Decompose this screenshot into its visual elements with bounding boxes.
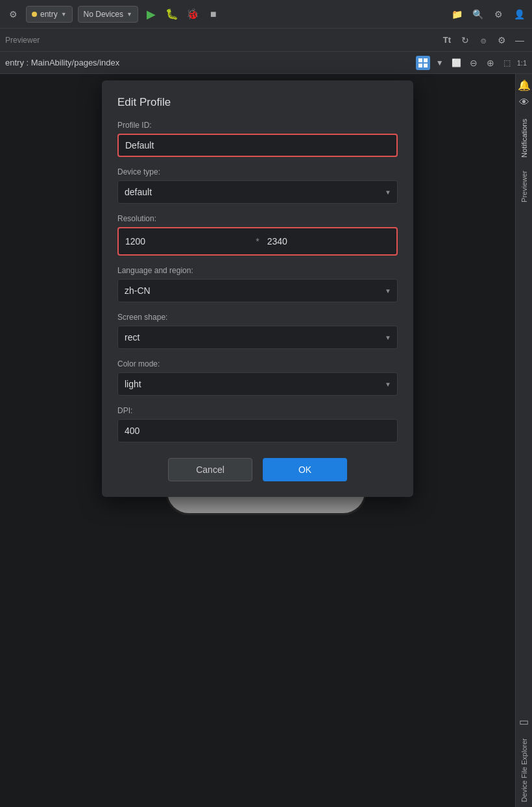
profile-id-input[interactable] [117, 134, 398, 157]
device-type-group: Device type: default phone tablet [117, 167, 398, 204]
dpi-group: DPI: [117, 406, 398, 442]
ratio-label: 1:1 [517, 59, 527, 67]
resolution-group: Resolution: * [117, 214, 398, 256]
cancel-button[interactable]: Cancel [168, 458, 252, 481]
svg-rect-3 [424, 64, 428, 67]
entry-label: entry [40, 10, 58, 19]
search-icon[interactable]: 🔍 [470, 6, 485, 22]
refresh-icon[interactable]: ↻ [458, 33, 472, 47]
previewer-toolbar-right: Tt ↻ ⌾ ⚙ — [440, 33, 527, 47]
zoom-out-icon[interactable]: ⊖ [466, 56, 481, 70]
edit-profile-modal: Edit Profile Profile ID: Device type: de… [102, 80, 413, 497]
screen-shape-group: Screen shape: rect circle [117, 313, 398, 349]
screen-shape-label: Screen shape: [117, 313, 398, 322]
no-devices-chevron-icon: ▼ [127, 11, 132, 18]
device-type-label: Device type: [117, 167, 398, 176]
resolution-inputs-wrapper: * [117, 227, 398, 256]
device-file-frame-icon[interactable]: ▭ [519, 716, 529, 728]
right-sidebar: 🔔 👁 Notifications Previewer ▭ Device Fil… [515, 74, 532, 807]
breadcrumb-row: entry : MainAbility/pages/index ▼ ⬜ ⊖ ⊕ … [0, 52, 532, 74]
resolution-height-input[interactable] [267, 232, 390, 250]
zoom-in-icon[interactable]: ⊕ [483, 56, 498, 70]
entry-button[interactable]: entry ▼ [26, 6, 73, 23]
chevron-down-icon[interactable]: ▼ [433, 56, 447, 70]
color-mode-label: Color mode: [117, 359, 398, 368]
dpi-input[interactable] [117, 419, 398, 442]
entry-chevron-icon: ▼ [61, 11, 67, 18]
fit-screen-icon[interactable]: ⬚ [500, 56, 514, 70]
screen-shape-select-wrapper: rect circle [117, 326, 398, 349]
no-devices-label: No Devices [84, 10, 123, 19]
svg-rect-2 [418, 64, 422, 67]
entry-dot [32, 12, 37, 17]
main-area: H Edit Profile Profile ID: Device type: … [0, 74, 532, 807]
color-mode-select-wrapper: light dark [117, 372, 398, 396]
language-select[interactable]: zh-CN en-US [117, 279, 398, 302]
svg-rect-0 [418, 58, 422, 62]
breadcrumb-controls: ▼ ⬜ ⊖ ⊕ ⬚ 1:1 [416, 56, 527, 70]
grid-view-button[interactable] [416, 56, 430, 70]
device-type-select[interactable]: default phone tablet [117, 180, 398, 204]
breadcrumb: entry : MainAbility/pages/index [5, 58, 119, 67]
sidebar-tab-previewer[interactable]: Previewer [518, 165, 531, 208]
stop-icon[interactable]: ■ [206, 6, 221, 22]
color-mode-group: Color mode: light dark [117, 359, 398, 396]
debug-icon[interactable]: 🐛 [164, 6, 180, 22]
dpi-label: DPI: [117, 406, 398, 415]
folder-icon[interactable]: 📁 [449, 6, 465, 22]
profile-id-group: Profile ID: [117, 121, 398, 157]
device-type-select-wrapper: default phone tablet [117, 180, 398, 204]
settings-cog-icon[interactable]: ⚙ [5, 6, 21, 22]
modal-overlay: Edit Profile Profile ID: Device type: de… [0, 74, 515, 807]
resolution-separator: * [253, 236, 261, 247]
profile-id-label: Profile ID: [117, 121, 398, 130]
gear-icon[interactable]: ⚙ [490, 6, 506, 22]
frame-icon[interactable]: ⬜ [450, 56, 464, 70]
notification-bell-icon[interactable]: 🔔 [518, 79, 531, 91]
language-select-wrapper: zh-CN en-US [117, 279, 398, 302]
filter-icon[interactable]: ⌾ [476, 33, 490, 47]
screen-shape-select[interactable]: rect circle [117, 326, 398, 349]
font-size-icon[interactable]: Tt [440, 33, 454, 47]
svg-rect-1 [424, 58, 428, 62]
top-toolbar: ⚙ entry ▼ No Devices ▼ ▶ 🐛 🐞 ■ 📁 🔍 ⚙ 👤 [0, 0, 532, 29]
resolution-width-input[interactable] [125, 232, 248, 250]
user-icon[interactable]: 👤 [511, 6, 527, 22]
toolbar-right-group: 📁 🔍 ⚙ 👤 [449, 6, 527, 22]
bug-red-icon[interactable]: 🐞 [185, 6, 200, 22]
language-group: Language and region: zh-CN en-US [117, 266, 398, 302]
previewer-label: Previewer [5, 36, 40, 45]
run-button[interactable]: ▶ [143, 6, 159, 22]
ok-button[interactable]: OK [263, 458, 347, 481]
color-mode-select[interactable]: light dark [117, 372, 398, 396]
previewer-toolbar: Previewer Tt ↻ ⌾ ⚙ — [0, 29, 532, 52]
modal-footer: Cancel OK [117, 458, 398, 481]
language-label: Language and region: [117, 266, 398, 275]
settings-icon[interactable]: ⚙ [494, 33, 509, 47]
sidebar-tab-notifications[interactable]: Notifications [518, 114, 531, 163]
modal-title: Edit Profile [117, 96, 398, 109]
sidebar-tab-device-file[interactable]: Device File Explorer [518, 733, 531, 807]
eye-icon[interactable]: 👁 [519, 97, 529, 108]
resolution-label: Resolution: [117, 214, 398, 223]
no-devices-button[interactable]: No Devices ▼ [78, 6, 138, 23]
minimize-icon[interactable]: — [513, 33, 527, 47]
